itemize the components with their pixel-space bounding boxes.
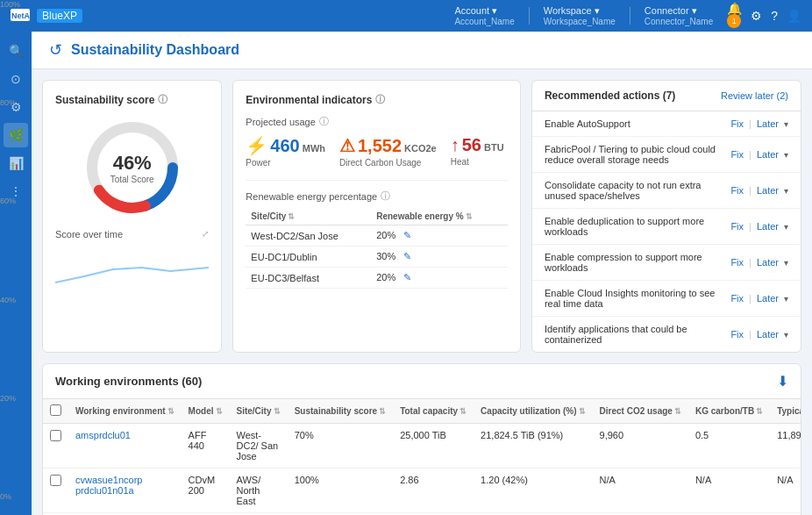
co2-icon: ⚠	[339, 135, 355, 156]
chevron-1[interactable]: ▾	[784, 150, 788, 160]
fix-link-6[interactable]: Fix	[730, 329, 744, 340]
action-items-list: Enable AutoSupport Fix | Later ▾ FabricP…	[532, 111, 801, 352]
later-link-0[interactable]: Later	[757, 118, 779, 129]
heat-value: ↑ 56 BTU	[451, 135, 504, 155]
env-sort[interactable]: ⇅	[167, 407, 175, 416]
table-header: Working environments (60) ⬇	[43, 364, 801, 399]
settings-icon[interactable]: ⚙	[751, 9, 762, 23]
score-over-time: Score over time ⤢ 100% 80% 60% 40% 20% 0…	[55, 229, 209, 303]
later-link-1[interactable]: Later	[757, 149, 779, 160]
th-checkbox	[43, 399, 68, 424]
power-value: ⚡ 460 MWh	[246, 135, 325, 156]
co2-sort[interactable]: ⇅	[674, 407, 681, 416]
site-sort[interactable]: ⇅	[274, 407, 281, 416]
action-links-6: Fix | Later ▾	[730, 329, 788, 340]
row-check-1[interactable]	[50, 475, 61, 486]
chevron-5[interactable]: ▾	[784, 294, 788, 304]
model-sort[interactable]: ⇅	[216, 407, 223, 416]
edit-icon-2[interactable]: ✎	[403, 251, 411, 261]
review-later-link[interactable]: Review later (2)	[721, 90, 788, 101]
util-sort[interactable]: ⇅	[579, 407, 586, 416]
later-link-6[interactable]: Later	[757, 329, 779, 340]
donut-label: Total Score	[110, 175, 154, 184]
env-link-0[interactable]: amsprdclu01	[75, 430, 131, 440]
nav-divider-1	[529, 7, 530, 25]
chevron-2[interactable]: ▾	[784, 186, 788, 196]
pct-sort-icon[interactable]: ⇅	[466, 212, 473, 221]
renewable-row-1: West-DC2/San Jose 20% ✎	[246, 225, 508, 247]
connector-section[interactable]: Connector ▾ Connector_Name	[645, 5, 713, 26]
chevron-6[interactable]: ▾	[784, 330, 788, 340]
select-all-checkbox[interactable]	[50, 404, 61, 416]
row-env-0: amsprdclu01	[68, 424, 182, 469]
workspace-value: Workspace_Name	[544, 17, 616, 26]
edit-icon-1[interactable]: ✎	[403, 230, 411, 240]
row-typkwh-0: 11,895	[770, 424, 801, 469]
notification-icon[interactable]: 🔔1	[727, 2, 742, 30]
row-check-0[interactable]	[50, 430, 61, 441]
recommended-title: Recommended actions (7)	[545, 89, 675, 102]
recommended-header: Recommended actions (7) Review later (2)	[532, 81, 801, 111]
action-links-0: Fix | Later ▾	[730, 118, 788, 129]
row-utilization-0: 21,824.5 TiB (91%)	[474, 424, 592, 469]
env-info-icon[interactable]: ⓘ	[375, 93, 385, 106]
fix-link-2[interactable]: Fix	[730, 185, 744, 196]
chevron-4[interactable]: ▾	[784, 258, 788, 268]
th-co2: Direct CO2 usage ⇅	[593, 399, 688, 424]
table-row: cvwasue1ncorp prdclu01n01a CDvM 200 AWS/…	[43, 469, 801, 513]
row-co2-1: N/A	[593, 469, 688, 513]
fix-link-4[interactable]: Fix	[730, 257, 744, 268]
download-icon[interactable]: ⬇	[777, 373, 788, 390]
kg-sort[interactable]: ⇅	[756, 407, 763, 416]
renewable-section: Renewable energy percentage ⓘ Site/City …	[246, 180, 508, 289]
fix-link-1[interactable]: Fix	[730, 149, 744, 160]
env-link-1[interactable]: cvwasue1ncorp prdclu01n01a	[75, 475, 142, 496]
donut-center: 46% Total Score	[110, 152, 154, 184]
row-model-0: AFF 440	[182, 424, 230, 469]
chevron-3[interactable]: ▾	[784, 222, 788, 232]
edit-icon-3[interactable]: ✎	[403, 272, 411, 283]
nav-icons: 🔔1 ⚙ ? 👤	[727, 2, 801, 30]
bluexp-label[interactable]: BlueXP	[37, 9, 82, 23]
action-item-1: FabricPool / Tiering to pubic cloud coul…	[532, 137, 801, 173]
table-title: Working environments (60)	[55, 375, 202, 388]
row-capacity-0: 25,000 TiB	[393, 424, 474, 469]
site-sort-icon[interactable]: ⇅	[288, 212, 295, 221]
workspace-section[interactable]: Workspace ▾ Workspace_Name	[544, 5, 616, 26]
chevron-0[interactable]: ▾	[784, 119, 788, 129]
fix-link-3[interactable]: Fix	[730, 221, 744, 232]
renewable-row-2: EU-DC1/Dublin 30% ✎	[246, 247, 508, 268]
account-section[interactable]: Account ▾ Account_Name	[454, 5, 514, 26]
renewable-table: Site/City ⇅ Renewable energy % ⇅	[246, 208, 508, 289]
renewable-info-icon[interactable]: ⓘ	[381, 190, 390, 203]
connector-label: Connector	[645, 5, 689, 16]
fix-link-0[interactable]: Fix	[730, 118, 744, 129]
env-card-title: Environmental indicators ⓘ	[246, 93, 508, 106]
score-info-icon[interactable]: ⓘ	[158, 93, 167, 106]
fix-link-5[interactable]: Fix	[730, 293, 744, 304]
score-card-title: Sustainability score ⓘ	[55, 93, 209, 106]
action-links-4: Fix | Later ▾	[730, 257, 788, 268]
row-kg-0: 0.5	[688, 424, 770, 469]
capacity-sort[interactable]: ⇅	[459, 407, 467, 416]
row-typkwh-1: N/A	[770, 469, 801, 513]
page-header: ↺ Sustainability Dashboard	[32, 32, 812, 69]
action-links-1: Fix | Later ▾	[730, 149, 788, 160]
donut-chart: 46% Total Score	[80, 115, 185, 220]
working-environments-section: Working environments (60) ⬇ Working envi…	[42, 363, 801, 515]
score-sort[interactable]: ⇅	[379, 407, 386, 416]
sustainability-score-card: Sustainability score ⓘ 46% Total Score	[42, 80, 222, 353]
help-icon[interactable]: ?	[771, 9, 778, 23]
recommended-actions-card: Recommended actions (7) Review later (2)…	[531, 80, 801, 353]
score-expand-icon[interactable]: ⤢	[202, 229, 209, 240]
later-link-5[interactable]: Later	[757, 293, 779, 304]
page-title: Sustainability Dashboard	[71, 42, 239, 58]
row-score-0: 70%	[288, 424, 393, 469]
projected-info-icon[interactable]: ⓘ	[319, 115, 329, 128]
user-icon[interactable]: 👤	[787, 9, 801, 23]
row-score-1: 100%	[288, 469, 393, 513]
later-link-3[interactable]: Later	[757, 221, 779, 232]
later-link-2[interactable]: Later	[757, 185, 779, 196]
score-over-time-title: Score over time ⤢	[55, 229, 209, 240]
later-link-4[interactable]: Later	[757, 257, 779, 268]
